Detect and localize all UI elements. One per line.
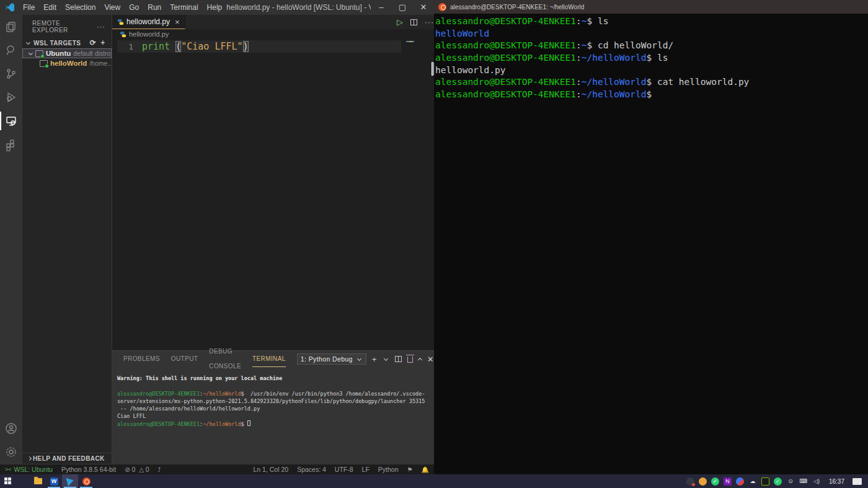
split-terminal-icon[interactable] bbox=[395, 356, 402, 362]
language-status[interactable]: Python bbox=[378, 466, 399, 473]
cursor-position-status[interactable]: Ln 1, Col 20 bbox=[254, 466, 289, 473]
run-debug-icon[interactable] bbox=[0, 86, 22, 109]
editor-tab-bar: helloworld.py × ▷ ··· bbox=[112, 15, 439, 29]
discord-icon[interactable] bbox=[686, 477, 694, 486]
onenote-icon[interactable]: N bbox=[724, 477, 732, 486]
bottom-panel: PROBLEMS OUTPUT DEBUG CONSOLE TERMINAL 1… bbox=[112, 350, 439, 464]
folder-path: /home... bbox=[89, 60, 112, 67]
notifications-bell-icon[interactable]: 🔔 bbox=[422, 466, 429, 473]
code-editor[interactable]: 1 print ("Ciao LFFL") bbox=[112, 39, 439, 350]
encoding-status[interactable]: UTF-8 bbox=[335, 466, 353, 473]
chevron-right-icon bbox=[27, 456, 32, 461]
menu-edit[interactable]: Edit bbox=[39, 0, 61, 15]
console-body[interactable]: alessandro@DESKTOP-4ENKEE1:~$ ls helloWo… bbox=[434, 14, 868, 101]
maximize-button[interactable]: ▢ bbox=[392, 0, 413, 15]
menu-help[interactable]: Help bbox=[203, 0, 227, 15]
start-button[interactable] bbox=[0, 474, 16, 488]
breadcrumb[interactable]: helloworld.py bbox=[112, 29, 439, 39]
menu-file[interactable]: File bbox=[19, 0, 39, 15]
wsl-targets-section[interactable]: WSL TARGETS ⟳ + bbox=[22, 37, 112, 48]
taskbar-file-explorer[interactable] bbox=[30, 474, 46, 488]
more-actions-icon[interactable]: ··· bbox=[425, 18, 434, 27]
nvidia-icon[interactable] bbox=[761, 477, 769, 486]
word-icon: W bbox=[50, 477, 58, 486]
problems-status[interactable]: ⊘ 0 △ 0 bbox=[125, 466, 149, 473]
minimap[interactable] bbox=[406, 39, 417, 113]
extensions-icon[interactable] bbox=[0, 133, 22, 156]
taskbar-word[interactable]: W bbox=[46, 474, 62, 488]
menu-go[interactable]: Go bbox=[125, 0, 143, 15]
console-line: alessandro@DESKTOP-4ENKEE1:~/helloWorld$ bbox=[435, 89, 868, 101]
menu-selection[interactable]: Selection bbox=[61, 0, 100, 15]
taskbar-clock[interactable]: 16:37 bbox=[825, 478, 848, 485]
split-editor-icon[interactable] bbox=[410, 19, 417, 25]
tab-problems[interactable]: PROBLEMS bbox=[123, 352, 160, 366]
remote-explorer-icon[interactable] bbox=[0, 109, 22, 133]
python-file-icon bbox=[120, 31, 126, 38]
taskbar-vscode[interactable] bbox=[62, 474, 78, 488]
tab-output[interactable]: OUTPUT bbox=[171, 352, 198, 366]
remote-indicator[interactable]: ><WSL: Ubuntu bbox=[5, 466, 53, 473]
minimize-button[interactable]: – bbox=[371, 0, 392, 15]
console-line: alessandro@DESKTOP-4ENKEE1:~/helloWorld$… bbox=[435, 52, 868, 64]
menu-view[interactable]: View bbox=[100, 0, 125, 15]
loop-icon[interactable] bbox=[699, 477, 707, 486]
help-and-feedback-section[interactable]: HELP AND FEEDBACK bbox=[22, 453, 112, 464]
python-file-icon bbox=[117, 19, 124, 25]
wsl-console-window[interactable]: alessandro@DESKTOP-4ENKEE1: ~/helloWorld… bbox=[434, 0, 868, 474]
debug-launch-icon[interactable]: ⤴ bbox=[158, 466, 161, 473]
network-icon[interactable]: ⌨ bbox=[799, 477, 808, 486]
close-button[interactable]: ✕ bbox=[413, 0, 434, 15]
menu-run[interactable]: Run bbox=[143, 0, 166, 15]
tab-close-icon[interactable]: × bbox=[175, 17, 180, 27]
terminal-select-value: 1: Python Debug Consc bbox=[301, 355, 352, 363]
new-terminal-icon[interactable]: + bbox=[372, 355, 377, 364]
refresh-icon[interactable]: ⟳ bbox=[88, 38, 98, 48]
vscode-icon bbox=[66, 476, 74, 486]
tab-terminal[interactable]: TERMINAL bbox=[252, 352, 286, 367]
ubuntu-icon bbox=[438, 3, 446, 11]
error-icon: ⊘ bbox=[125, 466, 130, 473]
window-controls: – ▢ ✕ bbox=[371, 0, 434, 15]
kill-terminal-icon[interactable] bbox=[407, 357, 413, 363]
volume-icon[interactable]: ◁) bbox=[812, 477, 821, 486]
connect-icon[interactable]: ⊙ bbox=[786, 477, 795, 486]
system-tray: ✓ N ☁ ✓ ⊙ ⌨ ◁) 16:37 bbox=[686, 474, 868, 488]
terminal-launch-chevron-icon[interactable] bbox=[384, 356, 388, 360]
defender-shield-icon[interactable]: ✓ bbox=[774, 477, 782, 486]
python-version-status[interactable]: Python 3.8.5 64-bit bbox=[61, 466, 116, 473]
tab-label: helloworld.py bbox=[126, 17, 170, 26]
maximize-panel-icon[interactable] bbox=[418, 358, 422, 362]
action-center-icon[interactable] bbox=[852, 478, 862, 485]
folder-icon bbox=[40, 60, 48, 67]
source-control-icon[interactable] bbox=[0, 62, 22, 86]
console-titlebar[interactable]: alessandro@DESKTOP-4ENKEE1: ~/helloWorld bbox=[434, 0, 868, 14]
close-panel-icon[interactable]: ✕ bbox=[427, 355, 434, 364]
pinwheel-icon[interactable] bbox=[736, 477, 744, 486]
breadcrumb-item[interactable]: helloworld.py bbox=[129, 30, 169, 38]
search-icon[interactable] bbox=[0, 38, 22, 62]
terminal-line bbox=[117, 382, 439, 389]
indentation-status[interactable]: Spaces: 4 bbox=[297, 466, 326, 473]
integrated-terminal[interactable]: Warning: This shell is running on your l… bbox=[112, 367, 439, 464]
menu-terminal[interactable]: Terminal bbox=[166, 0, 202, 15]
feedback-icon[interactable]: ⚑ bbox=[407, 466, 413, 473]
settings-gear-icon[interactable] bbox=[0, 440, 22, 464]
status-check-icon[interactable]: ✓ bbox=[711, 477, 719, 486]
account-icon[interactable] bbox=[0, 417, 22, 440]
add-target-icon[interactable]: + bbox=[98, 38, 108, 48]
taskbar-ubuntu[interactable] bbox=[78, 474, 94, 488]
explorer-icon[interactable] bbox=[0, 15, 22, 38]
run-file-button[interactable]: ▷ bbox=[397, 17, 403, 27]
terminal-select-dropdown[interactable]: 1: Python Debug Consc bbox=[297, 353, 366, 365]
tab-helloworld-py[interactable]: helloworld.py × bbox=[112, 15, 185, 29]
sidebar-item-helloworld-folder[interactable]: helloWorld /home... bbox=[22, 58, 112, 68]
eol-status[interactable]: LF bbox=[362, 466, 370, 473]
window-title: helloworld.py - helloWorld [WSL: Ubuntu]… bbox=[226, 3, 371, 12]
desktop: File Edit Selection View Go Run Terminal… bbox=[0, 0, 868, 488]
sidebar-item-ubuntu[interactable]: Ubuntu default distro bbox=[22, 48, 112, 58]
vscode-window: File Edit Selection View Go Run Terminal… bbox=[0, 0, 434, 474]
sidebar-more-actions-icon[interactable]: ··· bbox=[97, 23, 105, 30]
onedrive-icon[interactable]: ☁ bbox=[748, 477, 757, 486]
windows-taskbar: W ✓ N ☁ ✓ ⊙ ⌨ ◁) 16:37 bbox=[0, 474, 868, 488]
